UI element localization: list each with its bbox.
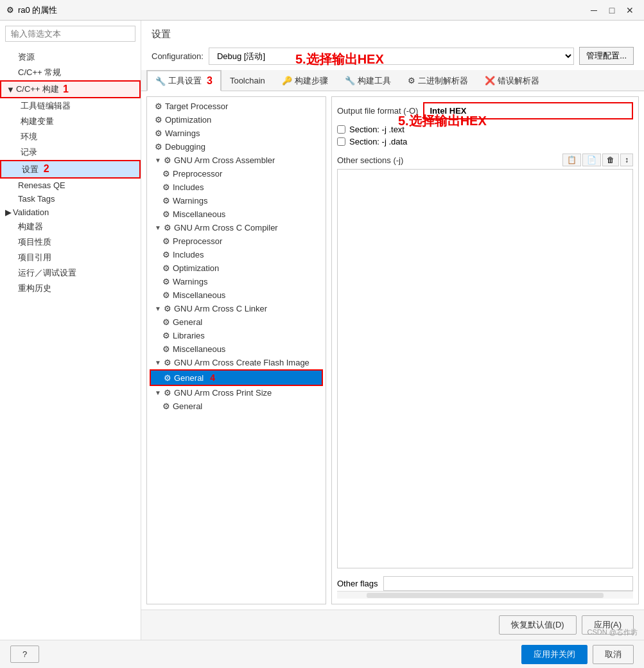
- section-j-data-label: Section: -j .data: [349, 137, 407, 146]
- horizontal-scrollbar[interactable]: [337, 591, 633, 599]
- gear-icon-printsize: ⚙: [164, 388, 171, 398]
- gear-icon-cc-opt: ⚙: [162, 263, 170, 273]
- other-flags-label: Other flags: [337, 579, 378, 588]
- gear-icon-linker-lib: ⚙: [162, 331, 170, 340]
- sections-move-button[interactable]: ↕: [620, 154, 633, 166]
- sidebar-item-settings[interactable]: 设置 2: [0, 160, 141, 179]
- tool-tree-cc-misc-label: Miscellaneous: [173, 290, 225, 300]
- manage-config-button[interactable]: 管理配置...: [579, 47, 634, 65]
- tool-tree-flash-group[interactable]: ▼ ⚙ GNU Arm Cross Create Flash Image: [150, 356, 323, 369]
- other-flags-row: Other flags: [337, 576, 633, 591]
- tab-tool-settings[interactable]: 🔧 工具设置 3: [146, 70, 222, 91]
- tool-tree-printsize-general[interactable]: ⚙ General: [150, 400, 323, 413]
- left-tree: 资源 C/C++ 常规 ▼ C/C++ 构建 1 工具链编辑器 构建变量 环境 …: [0, 47, 141, 640]
- sidebar-item-validation[interactable]: ▶ Validation: [0, 206, 141, 219]
- help-button[interactable]: ?: [10, 646, 39, 663]
- sidebar-item-refactor-history[interactable]: 重构历史: [0, 281, 141, 296]
- tool-tree-asm-misc[interactable]: ⚙ Miscellaneous: [150, 207, 323, 221]
- sections-add-button[interactable]: 📋: [562, 154, 581, 166]
- tool-tree-flash-general[interactable]: ⚙ General 4: [150, 369, 323, 386]
- section-j-text-checkbox[interactable]: [337, 125, 345, 134]
- tool-tree-optimization[interactable]: ⚙ Optimization: [150, 113, 323, 127]
- sections-copy-button[interactable]: 📄: [582, 154, 601, 166]
- bottom-bar: ? 应用并关闭 取消: [0, 640, 644, 668]
- tab-build-steps[interactable]: 🔑 构建步骤: [274, 71, 336, 91]
- tool-tree-asm-warnings[interactable]: ⚙ Warnings: [150, 194, 323, 207]
- sidebar-item-renesas-qe[interactable]: Renesas QE: [0, 179, 141, 192]
- tool-tree-cc-warnings[interactable]: ⚙ Warnings: [150, 275, 323, 288]
- tool-tree-asm-preprocessor[interactable]: ⚙ Preprocessor: [150, 167, 323, 180]
- tool-tree-cc-includes[interactable]: ⚙ Includes: [150, 248, 323, 261]
- tool-tree-printsize-group[interactable]: ▼ ⚙ GNU Arm Cross Print Size: [150, 386, 323, 400]
- tool-tree-cc-group[interactable]: ▼ ⚙ GNU Arm Cross C Compiler: [150, 221, 323, 234]
- tool-tree-asm-includes[interactable]: ⚙ Includes: [150, 180, 323, 194]
- section-j-data-checkbox[interactable]: [337, 137, 345, 146]
- tab-binary-parsers[interactable]: ⚙ 二进制解析器: [399, 71, 476, 91]
- tool-tree-target-processor-label: Target Processor: [165, 101, 228, 111]
- apply-close-button[interactable]: 应用并关闭: [521, 645, 587, 664]
- filter-input[interactable]: [5, 26, 135, 42]
- tool-tree-linker-general-label: General: [173, 317, 202, 327]
- tool-tree-cc-misc[interactable]: ⚙ Miscellaneous: [150, 288, 323, 302]
- sidebar-item-log[interactable]: 记录: [0, 145, 141, 160]
- other-flags-input[interactable]: [383, 576, 633, 591]
- tool-tree-warnings[interactable]: ⚙ Warnings: [150, 127, 323, 140]
- gear-icon-asm: ⚙: [164, 155, 171, 165]
- restore-defaults-button[interactable]: 恢复默认值(D): [499, 615, 577, 635]
- annotation-2: 2: [44, 163, 49, 175]
- tool-tree-target-processor[interactable]: ⚙ Target Processor: [150, 100, 323, 113]
- tool-tree-printsize-label: GNU Arm Cross Print Size: [174, 388, 272, 398]
- sidebar-item-run-debug[interactable]: 运行／调试设置: [0, 265, 141, 281]
- tool-tree-cc-preprocessor[interactable]: ⚙ Preprocessor: [150, 234, 323, 248]
- tool-tree-asm-group[interactable]: ▼ ⚙ GNU Arm Cross Assembler: [150, 154, 323, 167]
- tool-tree-asm-label: GNU Arm Cross Assembler: [174, 155, 275, 165]
- expand-arrow-cc: ▼: [155, 224, 161, 231]
- sidebar-item-project-nature[interactable]: 项目性质: [0, 234, 141, 250]
- output-format-value: Intel HEX: [423, 102, 633, 119]
- cancel-button[interactable]: 取消: [593, 645, 634, 664]
- tool-tree-cc-warnings-label: Warnings: [173, 277, 207, 286]
- tool-tree-asm-misc-label: Miscellaneous: [173, 209, 225, 219]
- sidebar-item-validation-label: Validation: [13, 207, 49, 217]
- gear-icon-opt: ⚙: [155, 115, 162, 125]
- tool-tree-linker-libraries[interactable]: ⚙ Libraries: [150, 329, 323, 342]
- title-bar-controls: ─ □ ✕: [586, 4, 638, 17]
- tool-tree-linker-general[interactable]: ⚙ General: [150, 315, 323, 329]
- tab-toolchain[interactable]: Toolchain: [222, 71, 274, 89]
- minimize-button[interactable]: ─: [586, 4, 602, 17]
- sidebar-item-builder[interactable]: 构建器: [0, 219, 141, 234]
- gear-icon-linker-misc: ⚙: [162, 344, 170, 354]
- config-select[interactable]: Debug [活动]: [209, 48, 574, 65]
- sidebar-item-cpp-general[interactable]: C/C++ 常规: [0, 65, 141, 80]
- tool-tree-linker-group[interactable]: ▼ ⚙ GNU Arm Cross C Linker: [150, 302, 323, 315]
- sidebar-item-toolchain-editor[interactable]: 工具链编辑器: [0, 98, 141, 114]
- tab-error-parsers[interactable]: ❌ 错误解析器: [476, 71, 548, 91]
- tab-build-tools[interactable]: 🔧 构建工具: [336, 71, 399, 91]
- main-content: 资源 C/C++ 常规 ▼ C/C++ 构建 1 工具链编辑器 构建变量 环境 …: [0, 21, 644, 640]
- gear-icon-linker-gen: ⚙: [162, 317, 170, 327]
- sidebar-item-project-ref[interactable]: 项目引用: [0, 250, 141, 265]
- title-bar: ⚙ ra0 的属性 ─ □ ✕: [0, 0, 644, 21]
- gear-icon-warn: ⚙: [155, 128, 162, 138]
- gear-icon-cc-misc: ⚙: [162, 290, 170, 300]
- sidebar-item-cpp-build[interactable]: ▼ C/C++ 构建 1: [0, 80, 141, 98]
- settings-title: 设置: [141, 21, 644, 44]
- gear-icon-linker: ⚙: [164, 304, 171, 313]
- sidebar-item-environment[interactable]: 环境: [0, 129, 141, 145]
- maximize-button[interactable]: □: [604, 4, 620, 17]
- sections-remove-button[interactable]: 🗑: [602, 154, 619, 166]
- annotation-4: 4: [210, 373, 215, 383]
- close-button[interactable]: ✕: [622, 4, 638, 17]
- tool-tree-printsize-general-label: General: [173, 401, 202, 411]
- tool-tree-cc-label: GNU Arm Cross C Compiler: [174, 223, 278, 233]
- tab-tool-settings-label: 工具设置: [168, 75, 202, 87]
- sidebar-item-cpp-build-label: C/C++ 构建: [16, 84, 59, 95]
- tool-tree-debugging[interactable]: ⚙ Debugging: [150, 140, 323, 154]
- tool-tree-cc-optimization[interactable]: ⚙ Optimization: [150, 261, 323, 275]
- sidebar-item-resources[interactable]: 资源: [0, 49, 141, 65]
- gear-icon-cc-inc: ⚙: [162, 250, 170, 259]
- gear-icon-asm-misc: ⚙: [162, 209, 170, 219]
- sidebar-item-build-vars[interactable]: 构建变量: [0, 114, 141, 129]
- sidebar-item-task-tags[interactable]: Task Tags: [0, 192, 141, 206]
- tool-tree-linker-misc[interactable]: ⚙ Miscellaneous: [150, 342, 323, 356]
